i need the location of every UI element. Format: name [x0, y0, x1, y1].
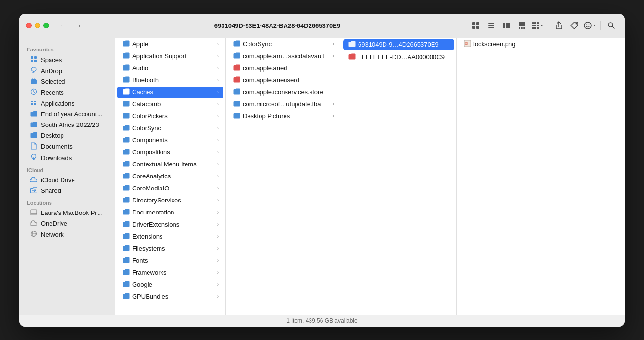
svg-rect-9: [508, 23, 510, 28]
list-item[interactable]: 🖼 lockscreen.png: [458, 38, 623, 50]
traffic-lights: [26, 23, 49, 28]
expand-icon: ›: [217, 53, 219, 59]
forward-button[interactable]: ›: [73, 19, 86, 32]
sidebar-item-airdrop[interactable]: AirDrop: [22, 65, 112, 76]
sidebar-item-onedrive[interactable]: OneDrive: [22, 218, 112, 229]
list-item[interactable]: com.apple.am…ssicdatavault›: [228, 50, 339, 62]
list-item[interactable]: Documentation›: [117, 207, 223, 218]
list-item[interactable]: com.apple.aned: [228, 63, 339, 74]
titlebar: ‹ › 6931049D-93E1-48A2-BA28-64D2665370E9: [19, 14, 625, 38]
list-item[interactable]: ColorPickers›: [117, 111, 223, 122]
icon-view-button[interactable]: [469, 19, 483, 32]
list-item[interactable]: DriverExtensions›: [117, 219, 223, 230]
shared-label: Shared: [41, 187, 61, 194]
list-item[interactable]: com.apple.iconservices.store: [228, 87, 339, 98]
list-item[interactable]: Google›: [117, 279, 223, 290]
list-item[interactable]: com.microsof…utupdate.fba›: [228, 99, 339, 110]
svg-rect-8: [506, 23, 508, 28]
svg-rect-4: [488, 23, 494, 24]
svg-rect-7: [503, 23, 505, 28]
columns-icon: [503, 22, 510, 29]
list-view-button[interactable]: [484, 19, 498, 32]
list-item[interactable]: Compositions›: [117, 147, 223, 158]
list-item[interactable]: Contextual Menu Items›: [117, 159, 223, 170]
sidebar-item-applications[interactable]: Applications: [22, 98, 112, 109]
tag-icon: [570, 21, 579, 30]
expand-icon: ›: [217, 138, 219, 143]
gallery-view-button[interactable]: [515, 19, 529, 32]
tag-button[interactable]: [568, 19, 581, 32]
list-item[interactable]: FFFFEEEE-DD…AA000000C9: [343, 51, 454, 63]
list-item[interactable]: Components›: [117, 135, 223, 146]
expand-icon: ›: [217, 246, 219, 251]
list-item[interactable]: Bluetooth›: [117, 75, 223, 86]
search-button[interactable]: [605, 19, 618, 32]
file-name: DriverExtensions: [132, 221, 215, 228]
list-item[interactable]: Extensions›: [117, 231, 223, 242]
share-icon: [555, 21, 563, 30]
sidebar-item-documents[interactable]: Documents: [22, 141, 112, 152]
list-item[interactable]: DirectoryServices›: [117, 195, 223, 206]
list-item[interactable]: GPUBundles›: [117, 291, 223, 302]
maximize-button[interactable]: [43, 23, 49, 28]
south-africa-icon: [30, 121, 37, 129]
svg-rect-19: [537, 25, 539, 26]
sidebar-item-network[interactable]: Network: [22, 229, 112, 240]
back-button[interactable]: ‹: [56, 19, 68, 32]
file-name: Contextual Menu Items: [132, 161, 215, 168]
list-item[interactable]: CoreMediaIO›: [117, 183, 223, 194]
list-item[interactable]: ColorSync›: [228, 38, 339, 50]
list-item[interactable]: Frameworks›: [117, 267, 223, 278]
list-item[interactable]: Application Support›: [117, 50, 223, 62]
sidebar-item-recents[interactable]: Recents: [22, 87, 112, 98]
emoji-button[interactable]: [583, 19, 596, 32]
svg-point-24: [584, 22, 591, 29]
favourites-label: Favourites: [19, 43, 115, 54]
file-name: Compositions: [132, 149, 215, 156]
expand-icon: ›: [333, 41, 334, 47]
sidebar-item-selected[interactable]: Selected: [22, 76, 112, 87]
minimize-button[interactable]: [35, 23, 40, 28]
list-item[interactable]: Filesystems›: [117, 243, 223, 254]
column-view-button[interactable]: [500, 19, 513, 32]
sidebar-item-south-africa[interactable]: South Africa 2022/23: [22, 120, 112, 130]
list-item[interactable]: 6931049D-9…4D2665370E9: [343, 39, 454, 50]
list-item[interactable]: ColorSync›: [117, 123, 223, 134]
spaces-icon: [30, 56, 37, 64]
sidebar-item-macbook[interactable]: Laura's MacBook Pro (…: [22, 208, 112, 218]
svg-rect-30: [34, 56, 37, 59]
folder-icon: [122, 149, 130, 156]
desktop-icon: [30, 132, 37, 139]
search-icon: [607, 22, 615, 29]
sidebar-item-icloud-drive[interactable]: iCloud Drive: [22, 175, 112, 186]
expand-icon: ›: [217, 77, 219, 83]
sidebar-item-shared[interactable]: Shared: [22, 186, 112, 196]
list-item[interactable]: CoreAnalytics›: [117, 171, 223, 182]
sidebar-item-desktop[interactable]: Desktop: [22, 130, 112, 141]
view-options-button[interactable]: [531, 19, 544, 32]
network-icon: [30, 230, 37, 239]
list-item[interactable]: Desktop Pictures›: [228, 111, 339, 122]
file-name: Caches: [132, 88, 215, 96]
close-button[interactable]: [26, 23, 32, 28]
list-item[interactable]: Caches›: [117, 87, 223, 98]
svg-point-23: [576, 23, 577, 25]
svg-rect-14: [532, 22, 534, 24]
main-area: Favourites Spaces AirDrop Selected: [19, 38, 625, 315]
list-item[interactable]: Fonts›: [117, 255, 223, 266]
svg-rect-1: [476, 22, 479, 25]
file-name: Components: [132, 137, 215, 144]
list-item[interactable]: Catacomb›: [117, 99, 223, 110]
sidebar-item-end-of-year[interactable]: End of year Accounts...: [22, 109, 112, 120]
svg-point-26: [588, 25, 589, 25]
sidebar-item-downloads[interactable]: Downloads: [22, 152, 112, 164]
expand-icon: ›: [217, 234, 219, 239]
list-item[interactable]: Apple›: [117, 38, 223, 50]
share-button[interactable]: [552, 19, 566, 32]
expand-icon: ›: [217, 282, 219, 287]
icloud-drive-label: iCloud Drive: [41, 176, 75, 184]
file-name: Catacomb: [132, 101, 215, 108]
list-item[interactable]: com.apple.aneuserd: [228, 75, 339, 86]
list-item[interactable]: Audio›: [117, 63, 223, 74]
sidebar-item-spaces[interactable]: Spaces: [22, 54, 112, 65]
